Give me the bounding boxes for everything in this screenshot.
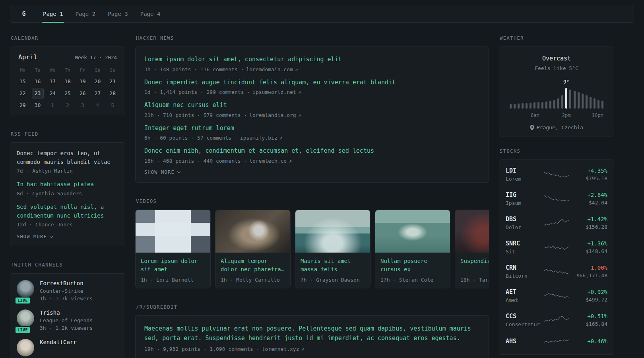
weather-time-label: 10pm bbox=[592, 113, 603, 118]
weather-bar bbox=[526, 103, 528, 109]
hackernews-list: Lorem ipsum dolor sit amet, consectetur … bbox=[135, 47, 489, 183]
hn-title-link[interactable]: Integer eget rutrum lorem bbox=[144, 124, 480, 133]
calendar-day: 24 bbox=[47, 88, 58, 99]
stock-name: Amet bbox=[506, 297, 542, 303]
video-card[interactable]: Lorem ipsum dolor sit amet consectetu… 1… bbox=[135, 210, 211, 288]
weather-bar bbox=[565, 88, 567, 109]
stock-change: +0.92% bbox=[571, 289, 607, 295]
rss-meta: 8d · Cynthia Saunders bbox=[17, 191, 118, 197]
video-thumbnail bbox=[295, 210, 370, 253]
channel-name: KendallCarr bbox=[40, 339, 77, 345]
rss-title-link[interactable]: Donec tempor eros leo, ut commodo mauris… bbox=[17, 149, 118, 166]
stock-row[interactable]: DBSDolor +1.42%$156.28 bbox=[499, 211, 614, 235]
stock-row[interactable]: CCSConsectetur +0.51%$165.84 bbox=[499, 308, 614, 332]
tab-page-4[interactable]: Page 4 bbox=[140, 5, 161, 22]
hn-domain-link[interactable]: loremtech.co bbox=[249, 158, 287, 164]
stock-row[interactable]: IIGIpsum +2.84%$42.04 bbox=[499, 187, 614, 211]
external-link-icon: ↗ bbox=[298, 89, 301, 95]
chevron-down-icon bbox=[50, 235, 53, 238]
show-more-button[interactable]: SHOW MORE bbox=[144, 169, 180, 175]
hn-title-link[interactable]: Aliquam nec cursus elit bbox=[144, 101, 480, 110]
video-title: Suspendisse diam bbox=[460, 257, 489, 274]
hn-title-link[interactable]: Lorem ipsum dolor sit amet, consectetur … bbox=[144, 55, 480, 64]
stock-sparkline bbox=[542, 218, 571, 228]
weather-bar bbox=[549, 101, 551, 109]
twitch-channel[interactable]: LIVE Trisha League of Legends 3h · 1.2k … bbox=[17, 309, 118, 331]
rss-item: In hac habitasse platea 8d · Cynthia Sau… bbox=[17, 180, 118, 197]
stock-row[interactable]: SNRCSit +1.36%$148.64 bbox=[499, 235, 614, 259]
weather-bar bbox=[553, 100, 555, 109]
rss-title-link[interactable]: In hac habitasse platea bbox=[17, 180, 118, 189]
twitch-channel[interactable]: LIVE ForrestBurton Counter-Strike 1h · 1… bbox=[17, 280, 118, 302]
video-card[interactable]: Suspendisse diam 18h · Tara bbox=[455, 210, 489, 288]
show-more-button[interactable]: SHOW MORE bbox=[17, 234, 52, 239]
weather-bar bbox=[530, 103, 531, 109]
rss-title-link[interactable]: Sed volutpat nulla nisl, a condimentum n… bbox=[17, 203, 118, 220]
stock-symbol: DBS bbox=[506, 216, 542, 223]
channel-info: Trisha League of Legends 3h · 1.2k viewe… bbox=[40, 309, 93, 331]
calendar-day-next-month: 4 bbox=[91, 100, 103, 111]
tab-page-2[interactable]: Page 2 bbox=[75, 5, 97, 22]
app-logo[interactable]: G bbox=[15, 10, 33, 18]
subreddit-section-title: /R/SUBREDDIT bbox=[136, 304, 489, 310]
hn-meta: 6h · 60 points · 57 comments ·ipsumify.b… bbox=[144, 135, 480, 141]
video-title: Nullam posuere cursus ex bbox=[380, 257, 445, 274]
twitch-widget: TWITCH CHANNELS LIVE ForrestBurton Count… bbox=[10, 262, 125, 358]
video-card[interactable]: Aliquam tempor dolor nec pharetra… 1h · … bbox=[215, 210, 291, 288]
stock-change: +2.84% bbox=[571, 192, 607, 198]
weather-bar bbox=[557, 98, 559, 109]
hn-meta-text: 16h · 468 points · 440 comments · bbox=[144, 158, 247, 164]
weather-location-row: Prague, Czechia bbox=[506, 125, 607, 130]
hn-domain-link[interactable]: loremlandia.org bbox=[249, 112, 296, 118]
hn-domain-link[interactable]: ipsumworld.net bbox=[252, 89, 296, 95]
stocks-list: LDILorem +4.35%$795.18 IIGIpsum +2.84%$4… bbox=[499, 160, 614, 355]
hn-item: Donec imperdiet augue tincidunt felis al… bbox=[144, 78, 480, 95]
weather-bar bbox=[601, 101, 603, 109]
stock-row[interactable]: CRNBitcorn -1.00%$66,171.48 bbox=[499, 259, 614, 284]
stock-row[interactable]: LDILorem +4.35%$795.18 bbox=[499, 162, 614, 187]
stock-name: Dolor bbox=[506, 224, 542, 230]
weather-bar bbox=[541, 102, 543, 109]
video-meta: 18h · Tara bbox=[460, 277, 489, 283]
stocks-section-title: STOCKS bbox=[500, 148, 614, 154]
stock-symbol: CRN bbox=[506, 264, 542, 271]
weather-bar bbox=[586, 95, 588, 109]
twitch-channel[interactable]: KendallCarr bbox=[17, 339, 118, 356]
video-card[interactable]: Nullam posuere cursus ex 17h · Stefan Co… bbox=[375, 210, 450, 288]
stock-symbol: AET bbox=[506, 288, 542, 296]
hn-title-link[interactable]: Donec imperdiet augue tincidunt felis al… bbox=[144, 78, 480, 87]
day-of-week-label: Th bbox=[65, 66, 70, 75]
live-badge: LIVE bbox=[15, 297, 31, 304]
chevron-down-icon bbox=[177, 170, 180, 173]
stock-row[interactable]: AETAmet +0.92%$499.72 bbox=[499, 284, 614, 308]
hn-domain-link[interactable]: ipsumify.biz bbox=[240, 135, 277, 141]
video-thumbnail bbox=[136, 210, 210, 253]
post-title-link[interactable]: Maecenas mollis pulvinar erat non posuer… bbox=[144, 324, 480, 343]
post-meta-text: 19h · 9,932 points · 1,090 comments · bbox=[144, 346, 260, 352]
hackernews-widget: HACKER NEWS Lorem ipsum dolor sit amet, … bbox=[135, 35, 489, 183]
stock-change: +0.51% bbox=[571, 313, 607, 319]
tab-page-3[interactable]: Page 3 bbox=[107, 5, 129, 22]
hn-meta: 16h · 468 points · 440 comments ·loremte… bbox=[144, 158, 480, 164]
hn-item: Integer eget rutrum lorem 6h · 60 points… bbox=[144, 124, 480, 141]
calendar-day: 18 bbox=[62, 76, 74, 87]
weather-chart: 9° bbox=[510, 83, 603, 109]
weather-time-labels: 6am2pm10pm bbox=[510, 113, 603, 118]
stock-row[interactable]: AHS +0.46% bbox=[499, 332, 614, 352]
day-of-week-label: Tu bbox=[35, 66, 40, 75]
weather-bar bbox=[590, 97, 592, 109]
post-meta: 19h · 9,932 points · 1,090 comments ·lor… bbox=[144, 346, 480, 352]
video-meta: 1h · Molly Carrillo bbox=[221, 277, 285, 283]
weather-bar bbox=[518, 103, 520, 109]
stock-price: $66,171.48 bbox=[571, 272, 607, 278]
calendar-day: 21 bbox=[107, 76, 118, 87]
calendar-day-next-month: 2 bbox=[62, 100, 74, 111]
post-domain-link[interactable]: loremnet.xyz bbox=[262, 346, 299, 352]
hn-title-link[interactable]: Donec enim nibh, condimentum et accumsan… bbox=[144, 146, 480, 156]
hn-domain-link[interactable]: loremdomain.com bbox=[246, 66, 293, 72]
video-card[interactable]: Mauris sit amet massa felis 7h · Grayson… bbox=[295, 210, 370, 288]
external-link-icon: ↗ bbox=[295, 66, 298, 72]
tab-page-1[interactable]: Page 1 bbox=[42, 5, 64, 22]
video-meta: 7h · Grayson Dawson bbox=[301, 277, 365, 283]
stock-change: +1.42% bbox=[571, 216, 607, 222]
